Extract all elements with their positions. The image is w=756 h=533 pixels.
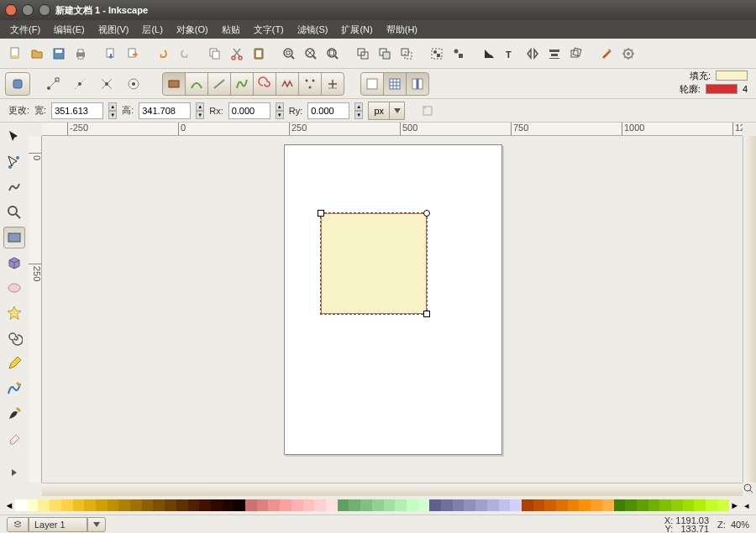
palette-swatch[interactable] <box>142 499 154 511</box>
redo-button[interactable] <box>175 44 195 64</box>
text-dialog-button[interactable]: T <box>501 44 521 64</box>
shape-mode-curve[interactable] <box>230 72 254 96</box>
palette-swatch[interactable] <box>464 499 475 511</box>
align-dialog-button[interactable] <box>544 44 564 64</box>
copy-button[interactable] <box>205 44 225 64</box>
expand-toolbox-button[interactable] <box>3 462 25 483</box>
cut-button[interactable] <box>227 44 247 64</box>
palette-swatch[interactable] <box>694 499 706 511</box>
height-spinner[interactable]: ▲▼ <box>196 102 204 119</box>
palette-swatch[interactable] <box>314 499 326 511</box>
ungroup-button[interactable] <box>449 44 469 64</box>
zoom-level[interactable]: Z: 40% <box>717 520 749 530</box>
palette-swatch[interactable] <box>614 499 626 511</box>
palette-swatch[interactable] <box>395 499 407 511</box>
menu-filter[interactable]: 滤镜(S) <box>292 22 333 38</box>
palette-swatch[interactable] <box>683 499 695 511</box>
3dbox-tool[interactable] <box>3 252 25 274</box>
calligraphy-tool[interactable] <box>3 403 25 425</box>
palette-swatch[interactable] <box>533 499 545 511</box>
height-input[interactable]: 341.708 <box>139 102 191 119</box>
palette-swatch[interactable] <box>360 499 372 511</box>
palette-swatch[interactable] <box>27 499 39 511</box>
palette-swatch[interactable] <box>50 499 61 511</box>
palette-swatch[interactable] <box>291 499 303 511</box>
palette-swatch[interactable] <box>280 499 291 511</box>
palette-swatch[interactable] <box>556 499 568 511</box>
palette-swatch[interactable] <box>659 499 671 511</box>
palette-swatch[interactable] <box>591 499 602 511</box>
document-properties-button[interactable] <box>618 44 638 64</box>
canvas[interactable] <box>42 136 743 483</box>
palette-swatch[interactable] <box>384 499 396 511</box>
palette-swatch[interactable] <box>211 499 223 511</box>
palette-swatch[interactable] <box>61 499 73 511</box>
selected-rectangle[interactable] <box>321 213 427 314</box>
palette-swatch[interactable] <box>349 499 360 511</box>
snap-path-button[interactable] <box>67 72 92 96</box>
palette-swatch[interactable] <box>73 499 85 511</box>
width-spinner[interactable]: ▲▼ <box>108 102 117 119</box>
shape-mode-rect[interactable] <box>162 72 186 96</box>
clone-button[interactable] <box>375 44 395 64</box>
transform-dialog-button[interactable] <box>566 44 586 64</box>
palette-swatch[interactable] <box>625 499 637 511</box>
open-file-button[interactable] <box>27 44 47 64</box>
new-file-button[interactable] <box>5 44 25 64</box>
snap-toggle-button[interactable] <box>5 72 30 96</box>
eraser-tool[interactable] <box>3 428 25 450</box>
palette-swatch[interactable] <box>441 499 453 511</box>
pencil-tool[interactable] <box>3 353 25 374</box>
horizontal-ruler[interactable]: -250025050075010001250 <box>42 123 743 136</box>
shape-mode-line[interactable] <box>207 72 231 96</box>
palette-swatch[interactable] <box>418 499 430 511</box>
palette-swatch[interactable] <box>326 499 338 511</box>
node-tool[interactable] <box>3 151 25 173</box>
palette-swatch[interactable] <box>568 499 580 511</box>
shape-mode-zigzag[interactable] <box>276 72 299 96</box>
palette-swatch[interactable] <box>303 499 315 511</box>
palette-swatch[interactable] <box>223 499 234 511</box>
palette-swatch[interactable] <box>245 499 257 511</box>
stroke-swatch[interactable] <box>706 84 738 94</box>
corner-radius-handle[interactable] <box>423 210 430 217</box>
snap-intersection-button[interactable] <box>94 72 119 96</box>
unit-selector[interactable]: px <box>368 102 405 120</box>
menu-help[interactable]: 帮助(H) <box>381 22 423 38</box>
shape-mode-arc[interactable] <box>185 72 208 96</box>
preferences-button[interactable] <box>596 44 617 64</box>
palette-menu[interactable]: ◂ <box>741 499 753 511</box>
palette-scroll-left[interactable]: ◄ <box>3 499 15 511</box>
palette-swatch[interactable] <box>15 499 27 511</box>
ry-spinner[interactable]: ▲▼ <box>354 102 363 119</box>
zoom-corner-icon[interactable] <box>743 483 754 494</box>
ry-input[interactable]: 0.000 <box>307 102 349 119</box>
window-minimize-button[interactable] <box>22 4 34 16</box>
duplicate-button[interactable] <box>353 44 373 64</box>
palette-swatch[interactable] <box>510 499 522 511</box>
palette-swatch[interactable] <box>84 499 96 511</box>
menu-file[interactable]: 文件(F) <box>5 22 45 38</box>
palette-swatch[interactable] <box>338 499 349 511</box>
star-tool[interactable] <box>3 302 25 324</box>
rx-spinner[interactable]: ▲▼ <box>276 102 284 119</box>
width-input[interactable]: 351.613 <box>51 102 103 119</box>
xml-editor-button[interactable] <box>522 44 543 64</box>
view-grid-button[interactable] <box>383 72 407 96</box>
palette-swatch[interactable] <box>108 499 119 511</box>
snap-node-button[interactable] <box>40 72 66 96</box>
palette-swatch[interactable] <box>199 499 211 511</box>
palette-swatch[interactable] <box>522 499 533 511</box>
palette-swatch[interactable] <box>544 499 556 511</box>
palette-swatch[interactable] <box>579 499 591 511</box>
palette-swatch[interactable] <box>257 499 269 511</box>
palette-swatch[interactable] <box>407 499 418 511</box>
save-file-button[interactable] <box>49 44 69 64</box>
zoom-drawing-button[interactable] <box>301 44 321 64</box>
window-maximize-button[interactable] <box>39 4 50 16</box>
palette-swatch[interactable] <box>268 499 280 511</box>
zoom-tool[interactable] <box>3 201 25 223</box>
shape-mode-dots[interactable] <box>298 72 322 96</box>
palette-swatch[interactable] <box>602 499 614 511</box>
shape-mode-spiral[interactable] <box>253 72 276 96</box>
